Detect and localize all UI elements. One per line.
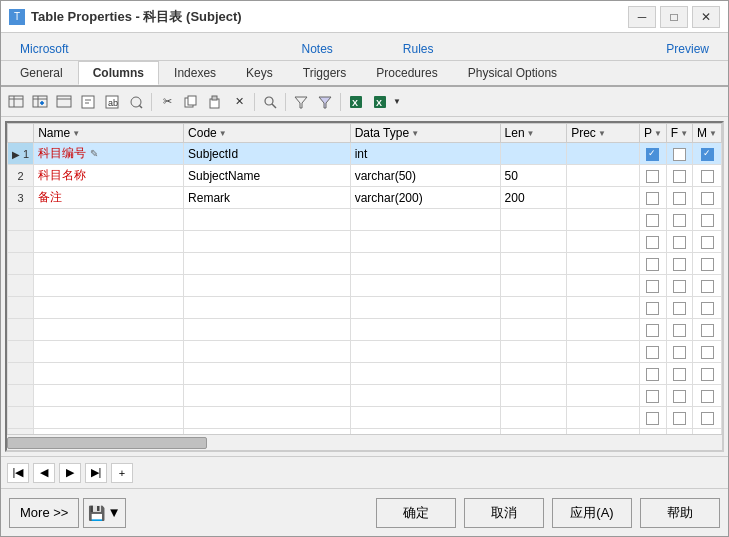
toolbar-delete[interactable]: ✕ [228,91,250,113]
tab-rules[interactable]: Rules [388,37,449,60]
toolbar-btn-3[interactable] [53,91,75,113]
toolbar-filter[interactable] [290,91,312,113]
cell-p[interactable] [639,187,666,209]
cell-empty[interactable] [666,407,692,429]
cell-empty[interactable] [666,319,692,341]
scrollbar-thumb[interactable] [7,437,207,449]
checkbox-empty[interactable] [673,302,686,315]
cell-empty[interactable] [693,253,722,275]
table-row-empty[interactable] [8,385,722,407]
checkbox-empty[interactable] [701,412,714,425]
table-row-empty[interactable] [8,407,722,429]
cell-p[interactable] [639,143,666,165]
cell-m[interactable] [693,187,722,209]
checkbox-empty[interactable] [673,280,686,293]
cell-data-type[interactable]: int [350,143,500,165]
cell-empty[interactable] [666,341,692,363]
table-row-empty[interactable] [8,275,722,297]
checkbox-m[interactable] [701,170,714,183]
cell-empty[interactable] [639,231,666,253]
minimize-button[interactable]: ─ [628,6,656,28]
tab-keys[interactable]: Keys [231,61,288,85]
table-row-empty[interactable] [8,341,722,363]
cell-empty[interactable] [666,297,692,319]
cell-len[interactable]: 50 [500,165,567,187]
checkbox-p[interactable] [646,148,659,161]
checkbox-empty[interactable] [646,258,659,271]
cell-empty[interactable] [639,209,666,231]
checkbox-empty[interactable] [701,390,714,403]
cell-name[interactable]: 科目编号 ✎ [34,143,184,165]
checkbox-empty[interactable] [673,236,686,249]
table-row-empty[interactable] [8,253,722,275]
th-m[interactable]: M ▼ [693,124,722,143]
checkbox-empty[interactable] [646,280,659,293]
nav-next[interactable]: ▶ [59,463,81,483]
cell-m[interactable] [693,143,722,165]
th-p[interactable]: P ▼ [639,124,666,143]
checkbox-empty[interactable] [701,236,714,249]
cell-empty[interactable] [639,253,666,275]
toolbar-copy[interactable] [180,91,202,113]
checkbox-empty[interactable] [646,346,659,359]
more-button[interactable]: More >> [9,498,79,528]
checkbox-empty[interactable] [673,258,686,271]
cell-code[interactable]: Remark [184,187,351,209]
checkbox-m[interactable] [701,148,714,161]
checkbox-empty[interactable] [646,368,659,381]
cell-empty[interactable] [666,385,692,407]
cell-len[interactable] [500,143,567,165]
th-prec[interactable]: Prec ▼ [567,124,640,143]
tab-columns[interactable]: Columns [78,61,159,85]
checkbox-empty[interactable] [701,214,714,227]
cell-m[interactable] [693,165,722,187]
cell-empty[interactable] [639,363,666,385]
toolbar-cut[interactable]: ✂ [156,91,178,113]
cell-code[interactable]: SubjectName [184,165,351,187]
checkbox-empty[interactable] [673,368,686,381]
cancel-button[interactable]: 取消 [464,498,544,528]
cell-p[interactable] [639,165,666,187]
th-data-type[interactable]: Data Type ▼ [350,124,500,143]
th-name[interactable]: Name ▼ [34,124,184,143]
tab-general[interactable]: General [5,61,78,85]
th-f[interactable]: F ▼ [666,124,692,143]
tab-notes[interactable]: Notes [286,37,347,60]
cell-f[interactable] [666,143,692,165]
cell-empty[interactable] [666,253,692,275]
toolbar-dropdown[interactable]: ▼ [393,97,401,106]
checkbox-empty[interactable] [673,346,686,359]
help-button[interactable]: 帮助 [640,498,720,528]
checkbox-empty[interactable] [701,368,714,381]
checkbox-empty[interactable] [646,214,659,227]
toolbar-paste[interactable] [204,91,226,113]
cell-empty[interactable] [693,385,722,407]
checkbox-f[interactable] [673,148,686,161]
checkbox-empty[interactable] [646,390,659,403]
th-len[interactable]: Len ▼ [500,124,567,143]
checkbox-empty[interactable] [673,412,686,425]
tab-preview[interactable]: Preview [651,37,724,60]
checkbox-empty[interactable] [646,236,659,249]
cell-empty[interactable] [639,385,666,407]
checkbox-empty[interactable] [646,412,659,425]
cell-f[interactable] [666,187,692,209]
toolbar-btn-2[interactable] [29,91,51,113]
close-button[interactable]: ✕ [692,6,720,28]
checkbox-f[interactable] [673,170,686,183]
cell-empty[interactable] [693,319,722,341]
toolbar-more[interactable]: X [369,91,391,113]
tab-indexes[interactable]: Indexes [159,61,231,85]
table-row-empty[interactable] [8,297,722,319]
nav-prev[interactable]: ◀ [33,463,55,483]
tab-triggers[interactable]: Triggers [288,61,362,85]
confirm-button[interactable]: 确定 [376,498,456,528]
toolbar-filter-active[interactable] [314,91,336,113]
checkbox-empty[interactable] [673,214,686,227]
table-row-empty[interactable] [8,231,722,253]
checkbox-f[interactable] [673,192,686,205]
cell-empty[interactable] [693,275,722,297]
nav-last[interactable]: ▶| [85,463,107,483]
dropdown-arrow[interactable]: ▼ [393,97,401,106]
checkbox-empty[interactable] [701,302,714,315]
